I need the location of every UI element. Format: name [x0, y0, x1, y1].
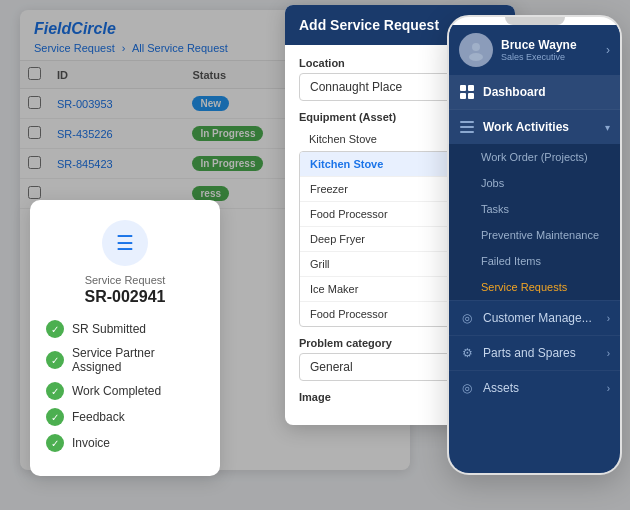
location-value: Connaught Place — [310, 80, 402, 94]
profile-role: Sales Executive — [501, 52, 598, 62]
phone-notch — [505, 17, 565, 25]
problem-value: General — [310, 360, 353, 374]
step-label: Work Completed — [72, 384, 161, 398]
sr-card-label: Service Request — [46, 274, 204, 286]
svg-rect-3 — [468, 85, 474, 91]
sidebar-sub-item[interactable]: Tasks — [449, 196, 620, 222]
dashboard-icon — [459, 84, 475, 100]
sidebar-bottom-item[interactable]: ◎ Assets › — [449, 370, 620, 405]
bottom-nav-label: Parts and Spares — [483, 346, 599, 360]
sidebar-bottom-item[interactable]: ⚙ Parts and Spares › — [449, 335, 620, 370]
step-check-icon: ✓ — [46, 408, 64, 426]
sidebar-sub-item[interactable]: Jobs — [449, 170, 620, 196]
step-check-icon: ✓ — [46, 351, 64, 369]
step-check-icon: ✓ — [46, 434, 64, 452]
svg-rect-7 — [460, 126, 474, 128]
sr-steps-list: ✓ SR Submitted ✓ Service Partner Assigne… — [46, 320, 204, 452]
bottom-nav-icon: ⚙ — [459, 345, 475, 361]
svg-rect-5 — [468, 93, 474, 99]
avatar — [459, 33, 493, 67]
step-check-icon: ✓ — [46, 320, 64, 338]
bottom-nav-icon: ◎ — [459, 310, 475, 326]
bottom-nav-list: ◎ Customer Manage... › ⚙ Parts and Spare… — [449, 300, 620, 405]
svg-rect-2 — [460, 85, 466, 91]
sidebar-sub-item[interactable]: Service Requests — [449, 274, 620, 300]
sidebar-item-work-activities[interactable]: Work Activities ▾ — [449, 110, 620, 144]
phone-screen: Bruce Wayne Sales Executive › Dashboard — [449, 25, 620, 475]
bottom-nav-icon: ◎ — [459, 380, 475, 396]
work-activities-chevron-icon: ▾ — [605, 122, 610, 133]
sr-step: ✓ Feedback — [46, 408, 204, 426]
sidebar-item-label-dashboard: Dashboard — [483, 85, 610, 99]
step-label: Service Partner Assigned — [72, 346, 204, 374]
sr-card: ☰ Service Request SR-002941 ✓ SR Submitt… — [30, 200, 220, 476]
modal-title: Add Service Request — [299, 17, 439, 33]
step-label: Feedback — [72, 410, 125, 424]
sr-step: ✓ Work Completed — [46, 382, 204, 400]
sr-step: ✓ Invoice — [46, 434, 204, 452]
sidebar-sub-item[interactable]: Preventive Maintenance — [449, 222, 620, 248]
svg-point-1 — [469, 53, 483, 61]
bottom-nav-label: Assets — [483, 381, 599, 395]
bottom-nav-label: Customer Manage... — [483, 311, 599, 325]
step-label: SR Submitted — [72, 322, 146, 336]
svg-point-0 — [472, 43, 480, 51]
step-label: Invoice — [72, 436, 110, 450]
sidebar-bottom-item[interactable]: ◎ Customer Manage... › — [449, 300, 620, 335]
sr-icon-symbol: ☰ — [116, 231, 134, 255]
svg-rect-8 — [460, 131, 474, 133]
step-check-icon: ✓ — [46, 382, 64, 400]
work-activities-label: Work Activities — [483, 120, 597, 134]
profile-chevron-icon: › — [606, 43, 610, 57]
profile-info: Bruce Wayne Sales Executive — [501, 38, 598, 62]
profile-name: Bruce Wayne — [501, 38, 598, 52]
work-activities-icon — [459, 119, 475, 135]
bottom-nav-chevron-icon: › — [607, 348, 610, 359]
phone-profile[interactable]: Bruce Wayne Sales Executive › — [449, 25, 620, 75]
sidebar-item-dashboard[interactable]: Dashboard — [449, 75, 620, 110]
phone-mockup: Bruce Wayne Sales Executive › Dashboard — [447, 15, 622, 475]
sr-card-id: SR-002941 — [46, 288, 204, 306]
svg-rect-4 — [460, 93, 466, 99]
sr-step: ✓ SR Submitted — [46, 320, 204, 338]
sr-step: ✓ Service Partner Assigned — [46, 346, 204, 374]
sr-card-icon: ☰ — [102, 220, 148, 266]
bottom-nav-chevron-icon: › — [607, 313, 610, 324]
svg-rect-6 — [460, 121, 474, 123]
sidebar-sub-item[interactable]: Failed Items — [449, 248, 620, 274]
bottom-nav-chevron-icon: › — [607, 383, 610, 394]
sidebar-sub-item[interactable]: Work Order (Projects) — [449, 144, 620, 170]
work-activities-submenu: Work Order (Projects)JobsTasksPreventive… — [449, 144, 620, 300]
